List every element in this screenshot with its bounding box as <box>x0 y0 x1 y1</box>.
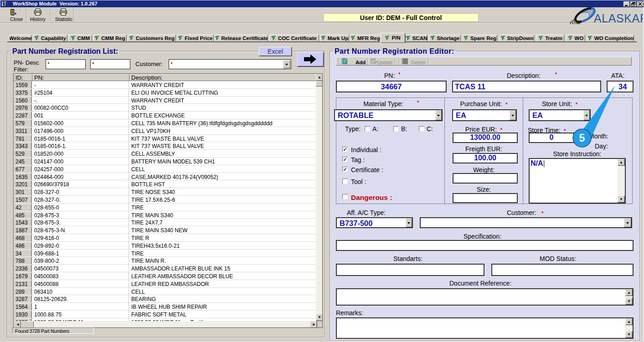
svg-text:ALASKAR: ALASKAR <box>594 12 644 24</box>
svg-text:5: 5 <box>579 132 585 144</box>
